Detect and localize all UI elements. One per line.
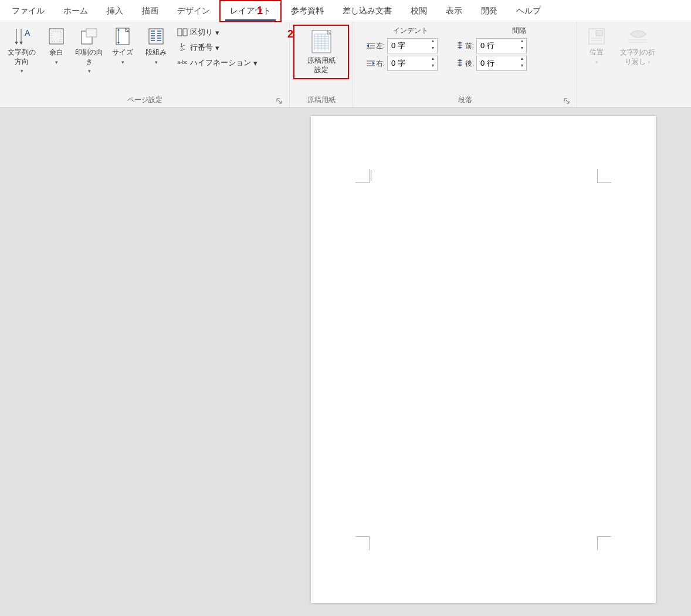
text-cursor bbox=[371, 170, 371, 181]
svg-marker-42 bbox=[367, 44, 369, 48]
spacing-heading: 間隔 bbox=[465, 25, 574, 37]
dropdown-icon: ▾ bbox=[215, 43, 219, 52]
svg-rect-8 bbox=[86, 29, 97, 37]
tab-draw[interactable]: 描画 bbox=[133, 1, 168, 21]
tab-insert[interactable]: 挿入 bbox=[97, 1, 133, 21]
spacing-after-spinner[interactable]: ▲▼ bbox=[476, 56, 527, 71]
genko-group-label: 原稿用紙 bbox=[307, 96, 336, 104]
group-paragraph: インデント 間隔 左: ▲▼ 前: ▲▼ 右: ▲▼ 後: ▲▼ 段落 bbox=[353, 22, 577, 107]
spin-down-icon[interactable]: ▼ bbox=[518, 63, 526, 70]
columns-icon bbox=[147, 27, 165, 46]
genko-settings-button[interactable]: 原稿用紙設定 bbox=[293, 25, 349, 79]
spin-up-icon[interactable]: ▲ bbox=[518, 39, 526, 46]
tab-references[interactable]: 参考資料 bbox=[282, 1, 333, 21]
line-numbers-label: 行番号 bbox=[190, 42, 213, 53]
svg-rect-6 bbox=[52, 31, 61, 42]
spin-up-icon[interactable]: ▲ bbox=[429, 39, 437, 46]
indent-right-input[interactable] bbox=[388, 56, 429, 70]
size-label: サイズ bbox=[112, 48, 133, 56]
svg-rect-24 bbox=[178, 29, 182, 36]
tab-view[interactable]: 表示 bbox=[436, 1, 472, 21]
spacing-after-input[interactable] bbox=[477, 56, 518, 70]
dropdown-icon: ▾ bbox=[253, 59, 258, 67]
tab-file[interactable]: ファイル bbox=[2, 1, 54, 21]
dropdown-icon: ▾ bbox=[595, 59, 598, 65]
tab-layout[interactable]: レイアウト bbox=[219, 0, 282, 22]
hyphenation-label: ハイフネーション bbox=[190, 57, 251, 68]
group-arrange: 位置▾ 文字列の折り返し ▾ bbox=[577, 22, 689, 107]
indent-left-spinner[interactable]: ▲▼ bbox=[387, 38, 438, 53]
margins-icon bbox=[47, 27, 66, 46]
spacing-before-spinner[interactable]: ▲▼ bbox=[476, 38, 527, 53]
wrap-text-icon bbox=[628, 27, 647, 46]
position-icon bbox=[587, 27, 606, 46]
dropdown-icon: ▾ bbox=[21, 68, 23, 74]
orientation-label: 印刷の向き bbox=[75, 48, 103, 66]
indent-left-icon bbox=[367, 42, 375, 49]
tab-developer[interactable]: 開発 bbox=[472, 1, 507, 21]
genko-label-line1: 原稿用紙 bbox=[307, 56, 336, 65]
spacing-after-icon bbox=[456, 59, 464, 67]
crop-mark-bottom-right bbox=[597, 536, 611, 550]
paragraph-group-label: 段落 bbox=[458, 96, 472, 104]
line-numbers-button[interactable]: 1-2- 行番号 ▾ bbox=[175, 41, 260, 54]
document-area bbox=[0, 108, 691, 616]
spin-down-icon[interactable]: ▼ bbox=[429, 46, 437, 53]
line-numbers-icon: 1-2- bbox=[177, 43, 188, 52]
wrap-text-button: 文字列の折り返し ▾ bbox=[615, 25, 660, 69]
tab-help[interactable]: ヘルプ bbox=[507, 1, 550, 21]
tab-mailings[interactable]: 差し込み文書 bbox=[333, 1, 401, 21]
annotation-1: 1 bbox=[257, 5, 263, 17]
text-direction-label: 文字列の方向 bbox=[8, 48, 36, 66]
dropdown-icon: ▾ bbox=[88, 68, 91, 74]
svg-marker-52 bbox=[372, 62, 375, 65]
size-icon bbox=[113, 27, 132, 46]
svg-rect-25 bbox=[183, 29, 187, 36]
orientation-icon bbox=[80, 27, 99, 46]
page-setup-dialog-launcher[interactable] bbox=[275, 97, 283, 105]
breaks-icon bbox=[177, 28, 188, 37]
indent-left-input[interactable] bbox=[388, 39, 429, 53]
dropdown-icon: ▾ bbox=[55, 59, 58, 65]
size-button[interactable]: サイズ▾ bbox=[108, 25, 137, 69]
svg-rect-60 bbox=[596, 31, 602, 36]
margins-button[interactable]: 余白▾ bbox=[42, 25, 70, 69]
wrap-text-label-line1: 文字列の折 bbox=[620, 48, 655, 56]
crop-mark-top-right bbox=[597, 169, 611, 183]
dropdown-icon: ▾ bbox=[121, 59, 124, 65]
spacing-before-input[interactable] bbox=[477, 39, 518, 53]
crop-mark-bottom-left bbox=[355, 536, 370, 550]
genko-label-line2: 設定 bbox=[314, 66, 328, 74]
text-direction-button[interactable]: A 文字列の方向▾ bbox=[4, 25, 40, 78]
ribbon-body: 2 A 文字列の方向▾ 余白▾ 印刷の向き▾ bbox=[0, 22, 691, 108]
wrap-text-label-line2: り返し bbox=[625, 57, 646, 66]
orientation-button[interactable]: 印刷の向き▾ bbox=[73, 25, 106, 78]
tab-review[interactable]: 校閲 bbox=[401, 1, 436, 21]
svg-text:A: A bbox=[25, 28, 31, 38]
indent-left-label: 左: bbox=[357, 41, 385, 51]
tab-design[interactable]: デザイン bbox=[168, 1, 219, 21]
spin-up-icon[interactable]: ▲ bbox=[429, 56, 437, 63]
paragraph-dialog-launcher[interactable] bbox=[563, 97, 571, 105]
columns-label: 段組み bbox=[145, 48, 167, 56]
spin-up-icon[interactable]: ▲ bbox=[518, 56, 526, 63]
indent-right-spinner[interactable]: ▲▼ bbox=[387, 56, 438, 71]
spin-down-icon[interactable]: ▼ bbox=[429, 63, 437, 70]
margins-label: 余白 bbox=[49, 48, 63, 56]
tab-home[interactable]: ホーム bbox=[54, 1, 97, 21]
columns-button[interactable]: 段組み▾ bbox=[140, 25, 172, 69]
text-direction-icon: A bbox=[12, 27, 31, 46]
spin-down-icon[interactable]: ▼ bbox=[518, 46, 526, 53]
position-label: 位置 bbox=[590, 48, 604, 56]
breaks-label: 区切り bbox=[190, 27, 213, 38]
ribbon-tabs: ファイル ホーム 挿入 描画 デザイン 1 レイアウト 参考資料 差し込み文書 … bbox=[0, 0, 691, 22]
page-setup-group-label: ページ設定 bbox=[127, 96, 162, 104]
hyphenation-icon: a-bc bbox=[177, 58, 188, 67]
document-page[interactable] bbox=[311, 116, 656, 603]
annotation-2: 2 bbox=[287, 28, 293, 40]
indent-right-label: 右: bbox=[357, 59, 385, 69]
svg-marker-3 bbox=[19, 42, 23, 45]
hyphenation-button[interactable]: a-bc ハイフネーション ▾ bbox=[175, 56, 260, 69]
breaks-button[interactable]: 区切り ▾ bbox=[175, 26, 260, 39]
dropdown-icon: ▾ bbox=[648, 59, 651, 65]
